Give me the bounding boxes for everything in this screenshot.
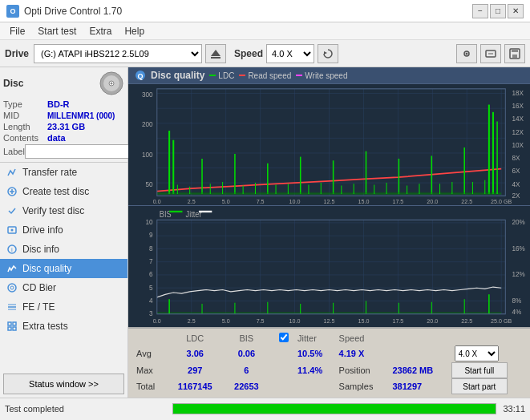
svg-text:0.0: 0.0 <box>153 317 161 325</box>
samples-value: 381297 <box>389 378 451 394</box>
svg-rect-28 <box>8 322 11 325</box>
nav-extra-tests-label: Extra tests <box>22 321 68 332</box>
write-speed-color <box>296 75 302 76</box>
status-window-button[interactable]: Status window >> <box>3 374 124 394</box>
maximize-button[interactable]: □ <box>490 4 506 18</box>
speed-select[interactable]: 4.0 X 8.0 X 12.0 X <box>266 44 314 63</box>
svg-marker-2 <box>324 51 327 55</box>
nav-create-test-disc[interactable]: Create test disc <box>0 182 127 201</box>
main-area: Disc Type BD-R MID MILLENMR1 (000) Lengt… <box>0 67 530 398</box>
menu-help[interactable]: Help <box>118 24 151 38</box>
nav-extra-tests[interactable]: Extra tests <box>0 317 127 336</box>
svg-text:5.0: 5.0 <box>222 317 230 325</box>
max-label: Max <box>133 362 166 378</box>
toolbar: Drive (G:) ATAPI iHBS212 2.5L09 Speed 4.… <box>0 40 530 67</box>
svg-rect-31 <box>13 327 16 330</box>
drive-label: Drive <box>5 48 29 59</box>
type-row: Type BD-R <box>3 99 124 109</box>
ldc-color <box>209 75 216 76</box>
speed-label: Speed <box>234 48 263 59</box>
svg-text:12X: 12X <box>512 127 524 136</box>
disc-icon <box>99 71 124 96</box>
label-row: Label ★ <box>3 144 124 159</box>
nav-drive-info[interactable]: Drive info <box>0 220 127 240</box>
chart-title: Disc quality <box>151 70 204 81</box>
menu-extra[interactable]: Extra <box>83 24 118 38</box>
close-button[interactable]: ✕ <box>508 4 524 18</box>
avg-jitter: 10.5% <box>294 345 336 362</box>
svg-text:5: 5 <box>149 283 153 292</box>
svg-text:8X: 8X <box>512 154 520 163</box>
nav-items: Transfer rate Create test disc Verify te… <box>0 163 127 370</box>
start-part-button[interactable]: Start part <box>451 378 508 394</box>
menu-start-test[interactable]: Start test <box>31 24 83 38</box>
eject-button[interactable] <box>205 44 226 63</box>
nav-transfer-rate[interactable]: Transfer rate <box>0 163 127 182</box>
disc-info-icon: i <box>6 244 18 255</box>
max-bis: 6 <box>224 362 269 378</box>
length-label: Length <box>3 122 47 131</box>
svg-text:4: 4 <box>149 296 153 305</box>
svg-text:12.5: 12.5 <box>324 317 335 325</box>
title-bar: O Opti Drive Control 1.70 − □ ✕ <box>0 0 530 22</box>
svg-text:16%: 16% <box>512 244 526 252</box>
svg-text:2.5: 2.5 <box>188 197 196 205</box>
nav-verify-test-disc[interactable]: Verify test disc <box>0 201 127 220</box>
total-label: Total <box>133 378 166 394</box>
right-panel: Q Disc quality LDC Read speed Write spee… <box>128 67 530 398</box>
bottom-chart: BIS Jitter <box>128 206 530 327</box>
svg-point-4 <box>466 52 468 55</box>
svg-point-24 <box>10 286 14 289</box>
svg-rect-9 <box>512 55 517 58</box>
save-button[interactable] <box>504 44 525 63</box>
type-value: BD-R <box>47 99 70 109</box>
cd-bier-icon <box>6 282 18 293</box>
svg-text:22.5: 22.5 <box>461 197 472 205</box>
jitter-checkbox[interactable] <box>279 333 289 342</box>
drive-info-icon <box>6 224 18 236</box>
menu-file[interactable]: File <box>3 24 31 38</box>
settings-button2[interactable] <box>480 44 501 63</box>
nav-cd-bier[interactable]: CD Bier <box>0 278 127 297</box>
svg-rect-29 <box>13 322 16 325</box>
disc-quality-icon <box>6 263 18 274</box>
nav-cd-bier-label: CD Bier <box>22 282 56 293</box>
legend-write-speed-label: Write speed <box>305 71 347 80</box>
contents-row: Contents data <box>3 133 124 143</box>
nav-transfer-rate-label: Transfer rate <box>22 167 77 178</box>
svg-rect-8 <box>512 49 518 52</box>
avg-ldc: 3.06 <box>166 345 224 362</box>
speed-unit-select[interactable]: 4.0 X <box>455 345 499 361</box>
svg-rect-115 <box>169 211 182 212</box>
label-input[interactable] <box>25 144 131 159</box>
svg-text:50: 50 <box>146 180 153 188</box>
svg-text:Q: Q <box>137 72 143 80</box>
type-label: Type <box>3 99 47 109</box>
svg-text:6X: 6X <box>512 167 520 176</box>
read-speed-color <box>239 75 245 76</box>
fe-te-icon <box>6 301 18 313</box>
max-jitter: 11.4% <box>294 362 336 378</box>
create-disc-icon <box>6 186 18 197</box>
svg-text:9: 9 <box>149 231 153 240</box>
drive-select[interactable]: (G:) ATAPI iHBS212 2.5L09 <box>34 44 202 63</box>
nav-fe-te[interactable]: FE / TE <box>0 297 127 317</box>
svg-text:15.0: 15.0 <box>358 197 369 205</box>
refresh-button[interactable] <box>318 44 338 63</box>
svg-text:100: 100 <box>142 150 153 159</box>
disc-section: Disc Type BD-R MID MILLENMR1 (000) Lengt… <box>0 67 127 163</box>
svg-text:300: 300 <box>142 91 153 99</box>
svg-text:10X: 10X <box>512 140 524 149</box>
length-row: Length 23.31 GB <box>3 122 124 131</box>
nav-disc-quality[interactable]: Disc quality <box>0 259 127 278</box>
svg-text:4%: 4% <box>512 307 522 316</box>
minimize-button[interactable]: − <box>472 4 488 18</box>
settings-button1[interactable] <box>456 44 477 63</box>
svg-rect-90 <box>157 192 501 194</box>
start-full-button[interactable]: Start full <box>451 362 508 378</box>
window-controls: − □ ✕ <box>472 4 524 18</box>
svg-text:12%: 12% <box>512 270 526 279</box>
legend-ldc-label: LDC <box>218 71 234 80</box>
nav-disc-info[interactable]: i Disc info <box>0 240 127 259</box>
stats-table: LDC BIS Jitter Speed Avg 3.06 0.06 <box>133 332 525 394</box>
